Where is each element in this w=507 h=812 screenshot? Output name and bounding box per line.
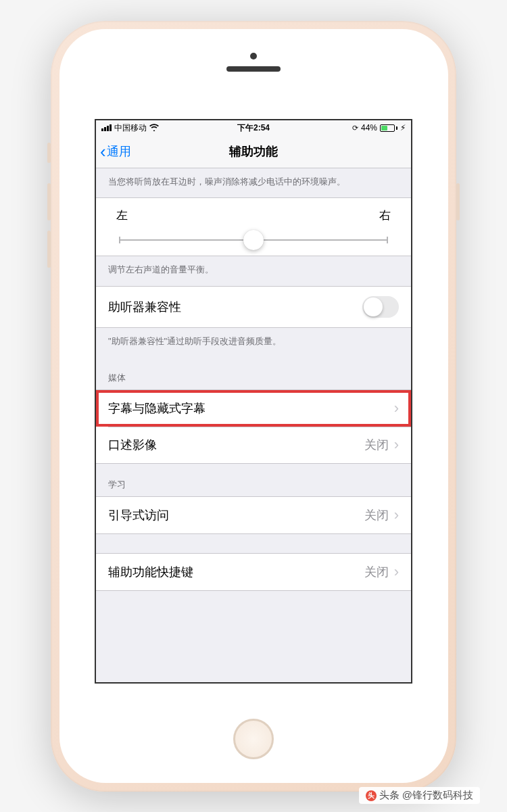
front-camera	[250, 53, 257, 59]
rotation-lock-icon: ⟳	[352, 124, 358, 133]
charging-icon: ⚡︎	[400, 123, 406, 133]
guided-access-label: 引导式访问	[108, 507, 364, 523]
chevron-right-icon: ›	[394, 563, 399, 581]
battery-percent: 44%	[361, 123, 377, 133]
media-section-header: 媒体	[96, 357, 411, 389]
balance-slider[interactable]	[119, 239, 388, 241]
status-bar: 中国移动 下午2:54 ⟳ 44% ⚡︎	[96, 120, 411, 136]
page-title: 辅助功能	[229, 143, 278, 160]
signal-icon	[101, 124, 112, 131]
status-time: 下午2:54	[237, 122, 270, 134]
learning-section-header: 学习	[96, 464, 411, 496]
battery-icon	[380, 124, 397, 132]
volume-up-button	[47, 183, 51, 220]
accessibility-shortcut-cell[interactable]: 辅助功能快捷键 关闭 ›	[96, 554, 411, 590]
hearing-aid-footer: "助听器兼容性"通过助听手段改进音频质量。	[96, 328, 411, 358]
navigation-bar: ‹ 通用 辅助功能	[96, 136, 411, 168]
balance-right-label: 右	[379, 208, 391, 223]
volume-down-button	[47, 231, 51, 268]
audio-description-label: 口述影像	[108, 437, 364, 453]
watermark-handle: @锋行数码科技	[402, 789, 473, 802]
hearing-aid-cell[interactable]: 助听器兼容性	[96, 287, 411, 327]
home-button[interactable]	[233, 719, 274, 759]
hearing-aid-label: 助听器兼容性	[108, 299, 362, 315]
carrier-label: 中国移动	[114, 122, 147, 134]
chevron-right-icon: ›	[394, 506, 399, 524]
slider-knob[interactable]	[243, 230, 264, 250]
settings-content[interactable]: 当您将听筒放在耳边时，噪声消除将减少电话中的环境噪声。 左 右 调节左右声道的音…	[96, 168, 411, 682]
audio-description-cell[interactable]: 口述影像 关闭 ›	[96, 427, 411, 463]
audio-balance-cell: 左 右	[96, 197, 411, 256]
accessibility-shortcut-label: 辅助功能快捷键	[108, 564, 364, 580]
power-button	[456, 183, 460, 220]
earpiece-speaker	[226, 66, 281, 72]
watermark-icon: 头	[366, 790, 377, 801]
chevron-left-icon: ‹	[100, 141, 106, 162]
guided-access-value: 关闭	[364, 507, 389, 523]
silence-switch	[47, 143, 51, 163]
screen: 中国移动 下午2:54 ⟳ 44% ⚡︎	[95, 119, 412, 684]
hearing-aid-switch[interactable]	[362, 296, 399, 318]
subtitles-cell[interactable]: 字幕与隐藏式字幕 ›	[96, 390, 411, 427]
balance-left-label: 左	[116, 208, 128, 223]
back-button[interactable]: ‹ 通用	[96, 141, 131, 162]
guided-access-cell[interactable]: 引导式访问 关闭 ›	[96, 497, 411, 533]
watermark-prefix: 头条	[379, 789, 400, 802]
chevron-right-icon: ›	[394, 436, 399, 454]
back-label: 通用	[107, 143, 131, 160]
accessibility-shortcut-value: 关闭	[364, 564, 389, 580]
subtitles-label: 字幕与隐藏式字幕	[108, 400, 394, 416]
wifi-icon	[149, 123, 159, 133]
chevron-right-icon: ›	[394, 400, 399, 417]
phone-frame: 中国移动 下午2:54 ⟳ 44% ⚡︎	[51, 21, 456, 792]
balance-footer: 调节左右声道的音量平衡。	[96, 256, 411, 286]
audio-description-value: 关闭	[364, 437, 389, 453]
noise-cancel-footer: 当您将听筒放在耳边时，噪声消除将减少电话中的环境噪声。	[96, 168, 411, 198]
watermark: 头 头条 @锋行数码科技	[359, 787, 480, 804]
